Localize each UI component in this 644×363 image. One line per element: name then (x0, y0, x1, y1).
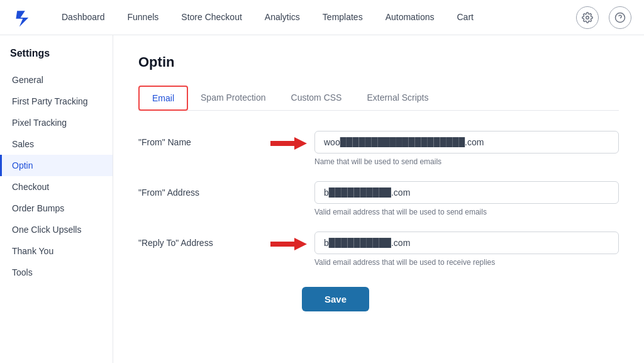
from-name-helper: Name that will be used to send emails (314, 157, 619, 166)
svg-marker-4 (270, 137, 307, 150)
from-name-arrow (264, 131, 314, 152)
sidebar-title: Settings (0, 48, 113, 69)
main-layout: Settings General First Party Tracking Pi… (0, 35, 644, 363)
logo[interactable] (13, 6, 35, 29)
save-button[interactable]: Save (302, 287, 369, 311)
from-address-row: "From" Address Valid email address that … (138, 181, 619, 216)
sidebar-item-thank-you[interactable]: Thank You (0, 240, 113, 262)
page-title: Optin (138, 54, 619, 70)
nav-items: Dashboard Funnels Store Checkout Analyti… (50, 0, 576, 35)
sidebar-item-one-click-upsells[interactable]: One Click Upsells (0, 219, 113, 240)
nav-item-dashboard[interactable]: Dashboard (50, 0, 116, 35)
svg-point-1 (586, 16, 589, 19)
tab-email[interactable]: Email (138, 86, 188, 111)
from-address-label: "From" Address (138, 181, 264, 198)
svg-marker-5 (270, 238, 307, 250)
from-address-field-col: Valid email address that will be used to… (314, 181, 619, 216)
top-nav: Dashboard Funnels Store Checkout Analyti… (0, 0, 644, 35)
reply-to-field-col: Valid email address that will be used to… (314, 232, 619, 267)
nav-icons (576, 6, 631, 29)
nav-item-funnels[interactable]: Funnels (116, 0, 170, 35)
reply-to-label: "Reply To" Address (138, 232, 264, 248)
svg-marker-0 (16, 11, 28, 26)
from-name-label: "From" Name (138, 131, 264, 147)
nav-item-analytics[interactable]: Analytics (253, 0, 311, 35)
reply-to-row: "Reply To" Address Valid email address t… (138, 232, 619, 267)
sidebar-item-tools[interactable]: Tools (0, 262, 113, 283)
content-area: Optin Email Spam Protection Custom CSS E… (113, 35, 644, 363)
reply-to-input[interactable] (314, 232, 619, 254)
save-row: Save (138, 282, 619, 311)
settings-icon-button[interactable] (576, 6, 599, 29)
reply-to-arrow (264, 232, 314, 253)
arrow2-icon (270, 235, 308, 253)
sidebar-item-sales[interactable]: Sales (0, 133, 113, 155)
tabs: Email Spam Protection Custom CSS Externa… (138, 86, 619, 111)
sidebar-item-checkout[interactable]: Checkout (0, 176, 113, 198)
arrow-icon (270, 135, 308, 152)
sidebar-item-optin[interactable]: Optin (0, 155, 113, 176)
nav-item-store-checkout[interactable]: Store Checkout (170, 0, 253, 35)
from-address-arrow-spacer (264, 181, 314, 185)
from-address-input[interactable] (314, 181, 619, 204)
sidebar-item-general[interactable]: General (0, 69, 113, 91)
from-name-field-col: Name that will be used to send emails (314, 131, 619, 166)
sidebar-item-pixel-tracking[interactable]: Pixel Tracking (0, 112, 113, 133)
tab-custom-css[interactable]: Custom CSS (279, 86, 355, 110)
from-address-helper: Valid email address that will be used to… (314, 208, 619, 216)
sidebar-item-first-party-tracking[interactable]: First Party Tracking (0, 91, 113, 112)
nav-item-cart[interactable]: Cart (445, 0, 484, 35)
tab-spam-protection[interactable]: Spam Protection (188, 86, 279, 110)
tab-external-scripts[interactable]: External Scripts (354, 86, 441, 110)
reply-to-helper: Valid email address that will be used to… (314, 258, 619, 267)
nav-item-templates[interactable]: Templates (311, 0, 374, 35)
from-name-row: "From" Name Name that will be used to se… (138, 131, 619, 166)
sidebar: Settings General First Party Tracking Pi… (0, 35, 113, 363)
sidebar-item-order-bumps[interactable]: Order Bumps (0, 198, 113, 219)
nav-item-automations[interactable]: Automations (374, 0, 446, 35)
from-name-input[interactable] (314, 131, 619, 154)
help-icon-button[interactable] (609, 6, 631, 29)
